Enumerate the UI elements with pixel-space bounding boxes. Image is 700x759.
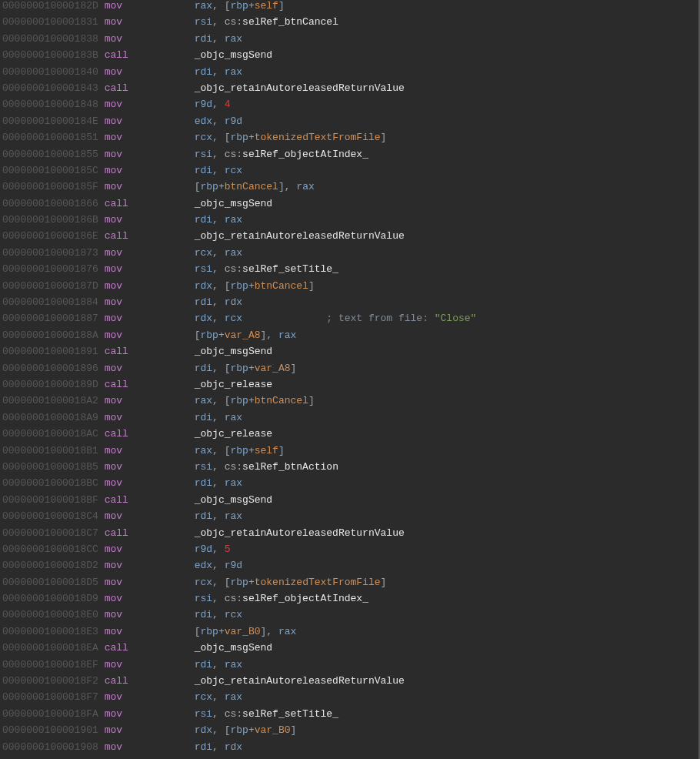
asm-line[interactable]: 00000001000018C7 call _objc_retainAutore… (2, 525, 561, 541)
asm-line[interactable]: 0000000100001855 mov rsi, cs:selRef_obje… (2, 146, 561, 162)
asm-line[interactable]: 0000000100001896 mov rdi, [rbp+var_A8] (2, 360, 561, 376)
asm-line[interactable]: 0000000100001901 mov rdx, [rbp+var_B0] (2, 722, 561, 738)
asm-line[interactable]: 0000000100001831 mov rsi, cs:selRef_btnC… (2, 14, 561, 30)
tok-sym: _objc_retainAutoreleasedReturnValue (195, 675, 405, 687)
mnemonic: mov (105, 741, 122, 753)
asm-line[interactable]: 00000001000018E0 mov rdi, rcx (2, 607, 561, 623)
tok-reg: rbp (231, 132, 248, 143)
tok-reg: rdi (195, 510, 212, 522)
tok-reg: rcx (195, 691, 212, 703)
asm-line[interactable]: 00000001000018AC call _objc_release (2, 426, 561, 442)
tok-reg: edx (195, 560, 212, 571)
operands: rdi, rax (195, 659, 242, 670)
mnemonic: call (105, 494, 128, 506)
tok-sym: _objc_msgSend (195, 198, 272, 209)
asm-line[interactable]: 0000000100001908 mov rdi, rdx (2, 739, 561, 755)
asm-line[interactable]: 0000000100001887 mov rdx, rcx ; text fro… (2, 310, 561, 326)
tok-punc: , (212, 691, 225, 703)
address: 000000010000187D (2, 280, 98, 292)
tok-brkt: [ (225, 280, 231, 292)
tok-reg: rdi (195, 363, 212, 374)
asm-line[interactable]: 000000010000183B call _objc_msgSend (2, 47, 561, 63)
tok-punc: , (212, 741, 225, 753)
tok-kw: btnCancel (255, 395, 308, 406)
tok-reg: rcx (225, 313, 242, 324)
address: 0000000100001884 (2, 296, 98, 308)
asm-line[interactable]: 000000010000185C mov rdi, rcx (2, 162, 561, 179)
asm-line[interactable]: 000000010000189D call _objc_release (2, 376, 561, 393)
mnemonic: mov (105, 214, 122, 226)
address: 00000001000018C7 (2, 527, 98, 539)
tok-kw: var_A8 (225, 329, 261, 341)
asm-line[interactable]: 0000000100001840 mov rdi, rax (2, 64, 561, 80)
asm-line[interactable]: 0000000100001873 mov rcx, rax (2, 245, 561, 261)
asm-line[interactable]: 0000000100001884 mov rdi, rdx (2, 294, 561, 310)
tok-reg: rax (195, 0, 212, 12)
asm-line[interactable]: 00000001000018A2 mov rax, [rbp+btnCancel… (2, 393, 561, 409)
asm-line[interactable]: 000000010000186B mov rdi, rax (2, 212, 561, 228)
asm-line[interactable]: 00000001000018D2 mov edx, r9d (2, 557, 561, 573)
address: 000000010000182D (2, 0, 98, 12)
asm-line[interactable]: 0000000100001838 mov rdi, rax (2, 31, 561, 47)
address: 0000000100001901 (2, 724, 98, 736)
asm-line[interactable]: 000000010000187D mov rdx, [rbp+btnCancel… (2, 278, 561, 294)
asm-line[interactable]: 000000010000188A mov [rbp+var_A8], rax (2, 327, 561, 343)
asm-line[interactable]: 000000010000184E mov edx, r9d (2, 113, 561, 129)
tok-punc: : (236, 263, 242, 275)
asm-line[interactable]: 000000010000182D mov rax, [rbp+self] (2, 0, 561, 14)
asm-line[interactable]: 0000000100001876 mov rsi, cs:selRef_setT… (2, 261, 561, 277)
operands: rdi, rax (195, 477, 242, 489)
tok-brkt: ] (278, 181, 285, 192)
tok-brkt: [ (225, 0, 231, 12)
asm-line[interactable]: 00000001000018B1 mov rax, [rbp+self] (2, 443, 561, 459)
asm-line[interactable]: 00000001000018F2 call _objc_retainAutore… (2, 673, 561, 689)
tok-reg: rax (278, 329, 296, 341)
tok-seg: cs (225, 593, 237, 604)
asm-line[interactable]: 00000001000018D5 mov rcx, [rbp+tokenized… (2, 574, 561, 590)
tok-reg: rbp (231, 280, 248, 292)
asm-line[interactable]: 00000001000018A9 mov rdi, rax (2, 410, 561, 426)
tok-reg: rcx (225, 609, 242, 620)
asm-line[interactable]: 00000001000018C4 mov rdi, rax (2, 508, 561, 524)
tok-punc: , (212, 0, 225, 12)
mnemonic: call (105, 379, 128, 390)
asm-line[interactable]: 000000010000185F mov [rbp+btnCancel], ra… (2, 179, 561, 195)
asm-line[interactable]: 00000001000018FA mov rsi, cs:selRef_setT… (2, 706, 561, 722)
operands: rax, [rbp+self] (195, 445, 285, 456)
address: 000000010000185F (2, 181, 98, 192)
tok-punc: , (212, 16, 225, 28)
operands: [rbp+btnCancel], rax (195, 181, 315, 192)
asm-line[interactable]: 0000000100001891 call _objc_msgSend (2, 343, 561, 359)
tok-reg: rax (278, 626, 296, 637)
tok-punc: , (212, 510, 225, 522)
asm-line[interactable]: 00000001000018E3 mov [rbp+var_B0], rax (2, 624, 561, 640)
address: 00000001000018AC (2, 428, 98, 440)
tok-brkt: ] (291, 724, 297, 736)
address: 0000000100001840 (2, 66, 98, 78)
asm-line[interactable]: 0000000100001851 mov rcx, [rbp+tokenized… (2, 129, 561, 145)
address: 0000000100001887 (2, 313, 98, 324)
mnemonic: mov (105, 510, 122, 522)
asm-line[interactable]: 000000010000186E call _objc_retainAutore… (2, 228, 561, 244)
asm-line[interactable]: 0000000100001866 call _objc_msgSend (2, 196, 561, 212)
asm-line[interactable]: 0000000100001843 call _objc_retainAutore… (2, 80, 561, 96)
tok-reg: rsi (195, 149, 212, 160)
operands: rsi, cs:selRef_setTitle_ (195, 263, 338, 275)
asm-line[interactable]: 00000001000018BF call _objc_msgSend (2, 492, 561, 508)
mnemonic: mov (105, 149, 122, 160)
asm-line[interactable]: 00000001000018F7 mov rcx, rax (2, 689, 561, 705)
tok-punc: , (212, 461, 225, 473)
tok-brkt: ] (381, 132, 387, 143)
tok-brkt: ] (308, 280, 315, 292)
asm-line[interactable]: 00000001000018BC mov rdi, rax (2, 475, 561, 491)
disassembly-listing[interactable]: 000000010000182D mov rax, [rbp+self]0000… (2, 0, 561, 759)
asm-line[interactable]: 00000001000018CC mov r9d, 5 (2, 541, 561, 557)
tok-brkt: [ (225, 395, 231, 406)
asm-line[interactable]: 00000001000018D9 mov rsi, cs:selRef_obje… (2, 590, 561, 607)
asm-line[interactable]: 00000001000018EF mov rdi, rax (2, 657, 561, 673)
tok-punc: , (212, 708, 225, 720)
asm-line[interactable]: 00000001000018EA call _objc_msgSend (2, 640, 561, 656)
asm-line[interactable]: 00000001000018B5 mov rsi, cs:selRef_btnA… (2, 459, 561, 475)
asm-line[interactable]: 000000010000190B mov rdx, rcx ; text fro… (2, 755, 561, 759)
asm-line[interactable]: 0000000100001848 mov r9d, 4 (2, 96, 561, 112)
